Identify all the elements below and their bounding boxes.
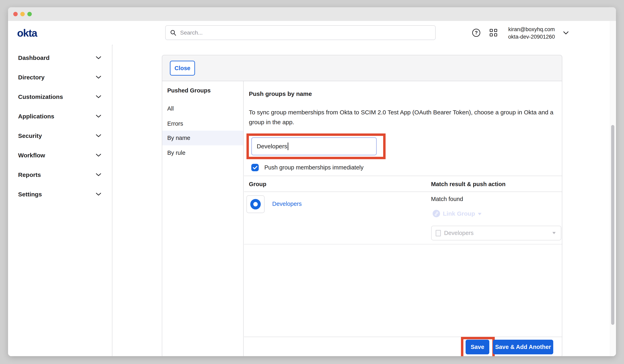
save-add-another-button[interactable]: Save & Add Another <box>493 340 553 354</box>
group-name-input[interactable]: Developers <box>251 137 377 155</box>
panel-header: Close <box>162 55 562 81</box>
footer-divider <box>244 337 562 337</box>
push-immediately-label: Push group memberships immediately <box>264 164 364 171</box>
chevron-down-icon <box>96 76 101 79</box>
account-email: kiran@boxyhq.com <box>501 26 562 33</box>
search-bar[interactable] <box>165 25 436 40</box>
sidebar-item-dashboard[interactable]: Dashboard <box>8 48 112 68</box>
close-window-icon[interactable] <box>13 12 18 16</box>
subnav-item-by-rule[interactable]: By rule <box>162 146 243 160</box>
column-header-match: Match result & push action <box>431 181 506 187</box>
minimize-window-icon[interactable] <box>20 12 25 16</box>
link-icon <box>433 210 440 217</box>
chevron-down-icon <box>96 154 101 157</box>
chevron-down-icon <box>96 134 101 137</box>
browser-window: okta ? kiran@boxyhq.com okta-dev-2090126… <box>8 7 616 356</box>
form-description: To sync group memberships from Okta to S… <box>249 107 553 127</box>
account-menu[interactable]: kiran@boxyhq.com okta-dev-20901260 <box>501 26 562 41</box>
dropdown-caret-icon <box>552 232 556 234</box>
target-group-dropdown[interactable]: Developers <box>431 226 561 240</box>
pushed-groups-subnav: Pushed Groups All Errors By name By rule <box>162 81 244 356</box>
okta-group-icon <box>250 199 261 209</box>
main-sidebar: Dashboard Directory Customizations Appli… <box>8 45 112 356</box>
close-button[interactable]: Close <box>170 61 195 76</box>
sidebar-item-directory[interactable]: Directory <box>8 68 112 87</box>
chevron-down-icon <box>96 56 101 59</box>
subnav-item-errors[interactable]: Errors <box>162 116 243 131</box>
target-group-value: Developers <box>444 230 552 236</box>
push-by-name-form: Push groups by name To sync group member… <box>244 81 562 356</box>
push-immediately-checkbox[interactable] <box>251 164 259 171</box>
column-header-group: Group <box>249 181 266 187</box>
table-header-divider <box>244 192 562 192</box>
sidebar-item-workflow[interactable]: Workflow <box>8 146 112 165</box>
sidebar-item-reports[interactable]: Reports <box>8 165 112 184</box>
window-titlebar <box>8 7 616 21</box>
subnav-title: Pushed Groups <box>167 87 211 94</box>
app-header: okta ? kiran@boxyhq.com okta-dev-2090126… <box>8 21 616 45</box>
group-link[interactable]: Developers <box>272 201 302 207</box>
checkmark-icon <box>253 166 258 170</box>
match-status: Match found <box>431 196 463 202</box>
chevron-down-icon <box>96 95 101 98</box>
link-group-label: Link Group <box>443 210 475 217</box>
screenshot-stage: okta ? kiran@boxyhq.com okta-dev-2090126… <box>0 0 624 364</box>
subnav-item-all[interactable]: All <box>162 101 243 116</box>
scrollbar-track[interactable] <box>610 21 616 356</box>
chevron-down-icon <box>96 115 101 118</box>
account-chevron-down-icon[interactable] <box>563 31 569 35</box>
sidebar-item-customizations[interactable]: Customizations <box>8 87 112 106</box>
search-icon <box>170 29 177 36</box>
okta-group-logo-tile <box>246 195 264 213</box>
push-groups-panel: Close Pushed Groups All Errors By name B… <box>162 55 562 356</box>
zoom-window-icon[interactable] <box>27 12 32 16</box>
link-group-button[interactable]: Link Group <box>433 210 481 217</box>
section-divider <box>244 176 562 176</box>
chevron-down-icon <box>96 193 101 196</box>
search-input[interactable] <box>180 29 422 36</box>
scrollbar-thumb[interactable] <box>611 125 614 325</box>
save-button[interactable]: Save <box>466 340 489 354</box>
link-group-caret-icon <box>478 213 481 215</box>
chevron-down-icon <box>96 173 101 176</box>
group-placeholder-icon <box>436 230 441 236</box>
apps-grid-icon[interactable] <box>490 29 497 37</box>
content-area: Close Pushed Groups All Errors By name B… <box>113 45 616 356</box>
form-title: Push groups by name <box>249 90 312 97</box>
subnav-item-by-name[interactable]: By name <box>162 131 243 145</box>
sidebar-item-security[interactable]: Security <box>8 126 112 146</box>
help-icon[interactable]: ? <box>472 29 480 37</box>
sidebar-item-applications[interactable]: Applications <box>8 106 112 126</box>
account-org: okta-dev-20901260 <box>501 33 562 41</box>
sidebar-item-settings[interactable]: Settings <box>8 184 112 204</box>
okta-logo[interactable]: okta <box>17 27 37 39</box>
text-cursor <box>288 142 288 150</box>
table-row-divider <box>244 244 562 244</box>
